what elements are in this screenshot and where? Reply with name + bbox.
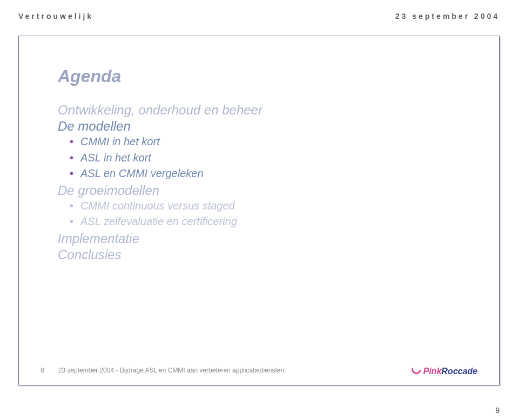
section-de-modellen: De modellen — [58, 119, 469, 134]
slide-footer-left: 8 23 september 2004 - Bijdrage ASL en CM… — [41, 367, 284, 374]
section-de-groeimodellen: De groeimodellen — [58, 183, 469, 198]
section-ontwikkeling: Ontwikkeling, onderhoud en beheer — [58, 103, 469, 118]
page-header: Vertrouwelijk 23 september 2004 — [18, 12, 500, 21]
bullet-asl-cmmi-vergeleken: ASL en CMMI vergeleken — [80, 166, 469, 182]
slide-title: Agenda — [58, 66, 469, 86]
slide-frame: Agenda Ontwikkeling, onderhoud en beheer… — [18, 36, 500, 385]
slide-deck-page-number: 8 — [41, 367, 44, 374]
logo-pink-text: Pink — [423, 367, 442, 376]
page: Vertrouwelijk 23 september 2004 Agenda O… — [0, 0, 518, 420]
pinkroccade-logo: PinkRoccade — [412, 364, 478, 376]
slide-content: Agenda Ontwikkeling, onderhoud en beheer… — [19, 36, 499, 262]
bullet-cmmi-continuous: CMMI continuous versus staged — [80, 198, 469, 214]
slide-footer: 8 23 september 2004 - Bijdrage ASL en CM… — [19, 364, 499, 376]
bullet-cmmi-kort: CMMI in het kort — [80, 134, 469, 150]
section-conclusies: Conclusies — [58, 247, 469, 262]
logo-roccade-text: Roccade — [441, 367, 477, 376]
doc-page-number: 9 — [495, 406, 500, 415]
header-right: 23 september 2004 — [395, 12, 500, 21]
header-left: Vertrouwelijk — [18, 12, 93, 21]
section-implementatie: Implementatie — [58, 231, 469, 246]
bullet-asl-zelfevaluatie: ASL zelfevaluatie en certificering — [80, 214, 469, 230]
logo-swirl-icon — [409, 363, 423, 376]
bullets-models: CMMI in het kort ASL in het kort ASL en … — [58, 134, 469, 182]
slide-footer-caption: 23 september 2004 - Bijdrage ASL en CMMI… — [58, 367, 284, 374]
bullets-groei: CMMI continuous versus staged ASL zelfev… — [58, 198, 469, 230]
bullet-asl-kort: ASL in het kort — [80, 150, 469, 166]
